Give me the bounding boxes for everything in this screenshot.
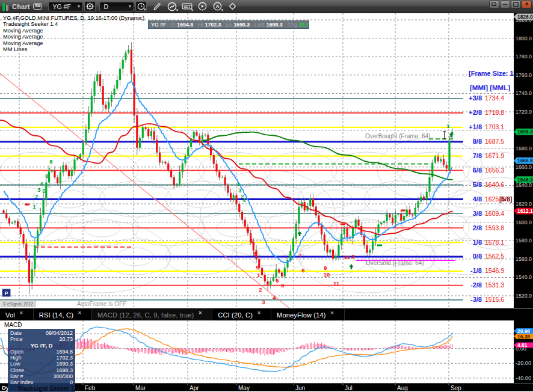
svg-text:1515.6: 1515.6	[485, 296, 504, 303]
svg-text:7/8: 7/8	[473, 152, 482, 159]
time-template-button[interactable]: ▼	[135, 1, 147, 12]
tab-cci[interactable]: CCI (20, C)✕	[212, 309, 271, 320]
svg-text:3: 3	[262, 299, 265, 305]
svg-text:[5/8]: [5/8]	[499, 195, 513, 203]
window-title: Chart	[12, 3, 30, 10]
tooltip-row-label: Close	[10, 367, 24, 373]
svg-text:1640.0: 1640.0	[516, 182, 532, 188]
quote-chg-value: 10.7	[299, 22, 309, 28]
tooltip-row: Price20.73	[10, 336, 73, 342]
autoframe-status: AutoFrame is OFF	[77, 301, 126, 307]
interval-combo[interactable]: D ▼	[99, 2, 134, 11]
svg-text:Feb: Feb	[85, 385, 96, 391]
svg-text:1578.1: 1578.1	[485, 239, 504, 246]
svg-text:1687.5: 1687.5	[485, 138, 504, 145]
alerts-button[interactable]: A ▼	[211, 1, 224, 12]
svg-text:1612.1: 1612.1	[517, 208, 533, 214]
svg-text:11: 11	[333, 280, 340, 287]
svg-text:1: 1	[446, 123, 450, 129]
svg-text:1593.8: 1593.8	[485, 224, 504, 231]
svg-text:-20.00: -20.00	[516, 360, 531, 366]
svg-text:8: 8	[253, 250, 256, 257]
study-label-ma3[interactable]: Moving Average	[3, 40, 144, 46]
svg-text:A: A	[216, 4, 220, 9]
quote-chg-label: Chg	[288, 22, 297, 28]
tab-label: MACD (12, 26, C, 9, false, true)	[97, 311, 194, 319]
close-icon[interactable]: ✕	[330, 310, 334, 316]
svg-text:OverSold (Frame: 64): OverSold (Frame: 64)	[366, 260, 424, 266]
tab-rsi[interactable]: RSI (14, C)✕	[34, 309, 92, 320]
svg-text:Aug: Aug	[397, 385, 408, 391]
tooltip-row-value: 1698.3	[56, 367, 73, 373]
pencil-icon	[153, 2, 161, 11]
study-tabs: Vol✕ RSI (14, C)✕ MACD (12, 26, C, 9, fa…	[0, 308, 533, 320]
svg-text:10: 10	[324, 271, 330, 278]
svg-text:8: 8	[301, 267, 304, 274]
tab-vol[interactable]: Vol✕	[0, 309, 34, 320]
line-tools-button[interactable]: ▼	[165, 1, 179, 12]
close-icon[interactable]: ✕	[257, 310, 261, 316]
tab-label: CCI (20, C)	[218, 311, 253, 319]
chevron-down-icon: ▼	[143, 8, 147, 11]
play-button[interactable]	[196, 1, 209, 12]
tab-label: RSI (14, C)	[39, 311, 73, 319]
quote-last-label: Last	[254, 22, 265, 28]
symbol-combo[interactable]: YG #F ▼	[48, 2, 83, 11]
svg-text:-40.00: -40.00	[516, 375, 531, 381]
svg-text:1800.0: 1800.0	[516, 35, 532, 41]
svg-text:8: 8	[49, 158, 52, 165]
restore-down-button[interactable]	[489, 1, 499, 8]
chart-canvas[interactable]: 1234567813241567891234567891011113OverBo…	[0, 0, 533, 392]
svg-text:1718.8: 1718.8	[485, 109, 504, 116]
svg-text:Jul: Jul	[345, 385, 353, 391]
study-label-ma2[interactable]: Moving Average	[3, 34, 144, 40]
symbol-link-badge[interactable]: SM	[33, 3, 43, 10]
svg-text:1: 1	[32, 203, 36, 210]
svg-text:+2/8: +2/8	[469, 109, 482, 116]
chevron-down-icon: ▼	[221, 8, 224, 12]
tooltip-row-label: High	[10, 355, 22, 361]
quote-bar[interactable]: YG #F O 1694.8 Hi 1702.3 Lo 1690.3 Last …	[148, 20, 309, 29]
symbol-combo-value: YG #F	[52, 3, 70, 10]
tooltip-row-value: 1694.8	[56, 349, 73, 355]
close-icon[interactable]: ✕	[19, 310, 23, 316]
close-icon[interactable]: ✕	[78, 310, 82, 316]
svg-text:2: 2	[35, 193, 38, 200]
svg-text:1734.4: 1734.4	[485, 94, 504, 102]
study-label-mml[interactable]: MM Lines	[3, 46, 144, 52]
chart-title-block: YG #F,GOLD MINI FUTURES, D, 19:16-17:00 …	[3, 15, 144, 52]
svg-text:1671.9: 1671.9	[485, 152, 504, 159]
macd-pane-title: MACD	[4, 322, 22, 328]
tab-label: MoneyFlow (14)	[277, 311, 326, 319]
svg-text:1703.1: 1703.1	[485, 123, 504, 130]
svg-text:Sep: Sep	[451, 385, 461, 391]
tab-moneyflow[interactable]: MoneyFlow (14)✕	[271, 309, 345, 320]
svg-text:1640.6: 1640.6	[485, 181, 504, 188]
tooltip-row: High1702.3	[10, 355, 73, 361]
get-studies-button[interactable]: GET ▼	[180, 1, 194, 12]
close-button[interactable]: ✕	[522, 1, 532, 8]
copyright-label: © eSignal, 2012	[1, 300, 35, 307]
svg-text:4.61: 4.61	[517, 342, 528, 348]
symbol-settings-button[interactable]	[84, 1, 96, 12]
svg-text:5/8: 5/8	[473, 181, 482, 188]
minimize-button[interactable]: —	[500, 1, 510, 8]
tooltip-row: Open1694.8	[10, 349, 73, 355]
chart-window: 1234567813241567891234567891011113OverBo…	[0, 0, 533, 392]
study-label-seeker[interactable]: Tradesight Seeker 1.4	[3, 21, 144, 27]
tooltip-row-label: Open	[10, 349, 23, 355]
study-label-ma1[interactable]: Moving Average	[3, 28, 144, 34]
chevron-down-icon: ▼	[128, 4, 132, 8]
svg-text:4: 4	[40, 180, 43, 187]
objects-button[interactable]	[226, 1, 239, 12]
svg-text:5: 5	[42, 188, 46, 194]
close-icon[interactable]: ✕	[198, 310, 202, 316]
quote-last-value: 1698.3	[266, 22, 283, 28]
svg-text:1720.0: 1720.0	[516, 109, 532, 115]
tooltip-row-label: Bar #	[10, 373, 23, 379]
tab-macd[interactable]: MACD (12, 26, C, 9, false, true)✕	[92, 309, 212, 320]
svg-text:OverBought (Frame: 64): OverBought (Frame: 64)	[365, 133, 430, 139]
draw-tool-button[interactable]	[150, 1, 164, 12]
svg-text:P: P	[4, 290, 8, 296]
maximize-button[interactable]	[511, 1, 521, 8]
